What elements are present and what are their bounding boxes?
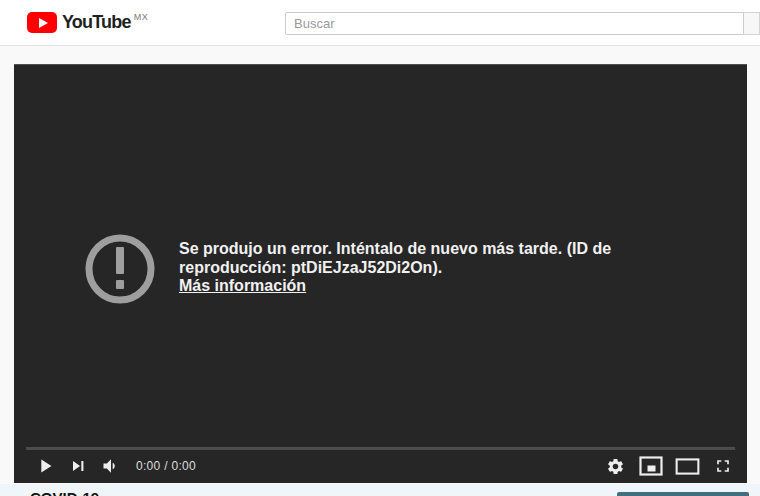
settings-button[interactable] <box>600 454 630 478</box>
volume-icon <box>101 456 121 476</box>
error-text-block: Se produjo un error. Inténtalo de nuevo … <box>179 240 641 296</box>
next-icon <box>68 456 88 476</box>
player-error-panel: Se produjo un error. Inténtalo de nuevo … <box>84 233 641 305</box>
seek-progress-bar[interactable] <box>26 447 735 450</box>
youtube-logo[interactable]: YouTube MX <box>27 12 148 33</box>
player-control-bar: 0:00 / 0:00 <box>14 447 747 483</box>
logo-region-code: MX <box>134 12 149 22</box>
top-header: YouTube MX <box>0 0 760 46</box>
fullscreen-icon <box>713 456 733 476</box>
below-player-strip: COVID-19 <box>0 484 760 496</box>
controls-right-group <box>594 454 738 478</box>
theater-mode-icon <box>675 458 700 475</box>
fullscreen-button[interactable] <box>708 454 738 478</box>
miniplayer-icon <box>639 456 663 476</box>
partial-video-title: COVID-19 <box>30 489 99 496</box>
search-bar <box>285 12 760 35</box>
time-display: 0:00 / 0:00 <box>136 459 196 473</box>
theater-mode-button[interactable] <box>672 454 702 478</box>
controls-left-group: 0:00 / 0:00 <box>28 454 196 478</box>
settings-gear-icon <box>606 457 625 476</box>
video-player[interactable]: Se produjo un error. Inténtalo de nuevo … <box>14 64 747 483</box>
error-message: Se produjo un error. Inténtalo de nuevo … <box>179 240 641 277</box>
youtube-page: YouTube MX Se produjo un error. Inténtal… <box>0 0 760 496</box>
search-button[interactable] <box>744 12 760 35</box>
play-icon <box>34 455 56 477</box>
play-button[interactable] <box>28 454 61 478</box>
search-input[interactable] <box>285 12 744 35</box>
volume-button[interactable] <box>94 454 127 478</box>
logo-wordmark: YouTube <box>62 12 131 33</box>
partial-teal-button-edge[interactable] <box>617 492 749 496</box>
next-button[interactable] <box>61 454 94 478</box>
miniplayer-button[interactable] <box>636 454 666 478</box>
error-exclamation-icon <box>84 233 156 305</box>
youtube-play-icon <box>27 12 57 33</box>
more-info-link[interactable]: Más información <box>179 277 306 296</box>
